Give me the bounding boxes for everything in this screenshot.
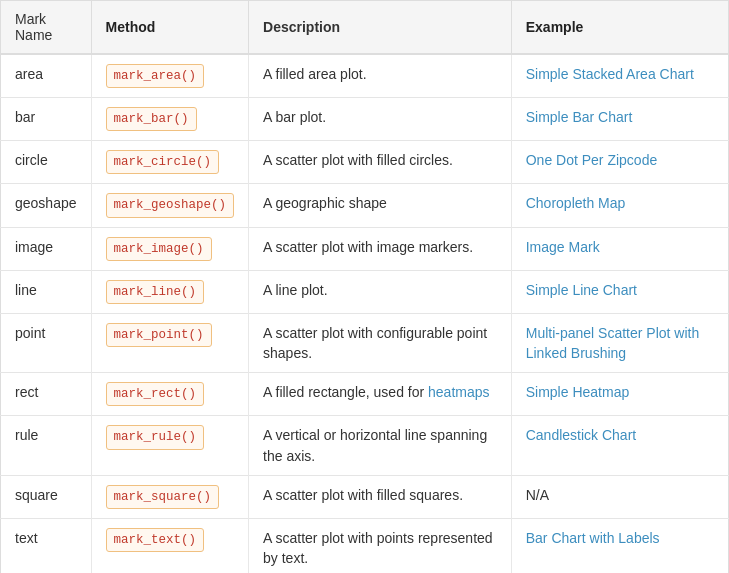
cell-mark-name: rect [1, 373, 92, 416]
method-badge: mark_square() [106, 485, 220, 509]
cell-method: mark_area() [91, 54, 249, 98]
method-badge: mark_circle() [106, 150, 220, 174]
cell-description: A scatter plot with configurable point s… [249, 313, 512, 373]
example-link[interactable]: Choropleth Map [526, 195, 626, 211]
cell-description: A scatter plot with filled circles. [249, 141, 512, 184]
cell-mark-name: square [1, 476, 92, 519]
example-link[interactable]: Bar Chart with Labels [526, 530, 660, 546]
cell-description: A geographic shape [249, 184, 512, 227]
cell-method: mark_point() [91, 313, 249, 373]
example-link[interactable]: Multi-panel Scatter Plot with Linked Bru… [526, 325, 700, 361]
cell-mark-name: geoshape [1, 184, 92, 227]
cell-mark-name: text [1, 519, 92, 573]
method-badge: mark_image() [106, 237, 212, 261]
table-row: geoshapemark_geoshape()A geographic shap… [1, 184, 729, 227]
header-example: Example [511, 1, 728, 55]
cell-example[interactable]: Image Mark [511, 227, 728, 270]
cell-mark-name: rule [1, 416, 92, 476]
example-link[interactable]: Image Mark [526, 239, 600, 255]
example-link[interactable]: Simple Stacked Area Chart [526, 66, 694, 82]
example-link[interactable]: Simple Bar Chart [526, 109, 633, 125]
table-row: textmark_text()A scatter plot with point… [1, 519, 729, 573]
table-row: circlemark_circle()A scatter plot with f… [1, 141, 729, 184]
cell-example[interactable]: Simple Stacked Area Chart [511, 54, 728, 98]
table-row: pointmark_point()A scatter plot with con… [1, 313, 729, 373]
method-badge: mark_line() [106, 280, 205, 304]
cell-method: mark_text() [91, 519, 249, 573]
cell-example[interactable]: Simple Bar Chart [511, 98, 728, 141]
method-badge: mark_point() [106, 323, 212, 347]
description-link[interactable]: heatmaps [428, 384, 489, 400]
table-row: barmark_bar()A bar plot.Simple Bar Chart [1, 98, 729, 141]
cell-method: mark_rule() [91, 416, 249, 476]
cell-method: mark_line() [91, 270, 249, 313]
cell-description: A scatter plot with points represented b… [249, 519, 512, 573]
cell-example[interactable]: One Dot Per Zipcode [511, 141, 728, 184]
method-badge: mark_area() [106, 64, 205, 88]
cell-description: A filled rectangle, used for heatmaps [249, 373, 512, 416]
cell-example[interactable]: Candlestick Chart [511, 416, 728, 476]
cell-mark-name: image [1, 227, 92, 270]
table-row: rulemark_rule()A vertical or horizontal … [1, 416, 729, 476]
cell-method: mark_rect() [91, 373, 249, 416]
cell-description: A scatter plot with filled squares. [249, 476, 512, 519]
cell-method: mark_image() [91, 227, 249, 270]
method-badge: mark_rect() [106, 382, 205, 406]
header-method: Method [91, 1, 249, 55]
table-row: imagemark_image()A scatter plot with ima… [1, 227, 729, 270]
cell-mark-name: point [1, 313, 92, 373]
cell-example[interactable]: Simple Line Chart [511, 270, 728, 313]
table-row: linemark_line()A line plot.Simple Line C… [1, 270, 729, 313]
cell-method: mark_geoshape() [91, 184, 249, 227]
cell-mark-name: bar [1, 98, 92, 141]
example-link[interactable]: Simple Heatmap [526, 384, 630, 400]
description-text: A filled rectangle, used for [263, 384, 428, 400]
cell-description: A scatter plot with image markers. [249, 227, 512, 270]
cell-description: A line plot. [249, 270, 512, 313]
example-link[interactable]: One Dot Per Zipcode [526, 152, 658, 168]
marks-table: Mark Name Method Description Example are… [0, 0, 729, 573]
method-badge: mark_bar() [106, 107, 197, 131]
table-row: rectmark_rect()A filled rectangle, used … [1, 373, 729, 416]
header-description: Description [249, 1, 512, 55]
cell-method: mark_square() [91, 476, 249, 519]
cell-example[interactable]: Multi-panel Scatter Plot with Linked Bru… [511, 313, 728, 373]
method-badge: mark_text() [106, 528, 205, 552]
table-header-row: Mark Name Method Description Example [1, 1, 729, 55]
cell-example[interactable]: Choropleth Map [511, 184, 728, 227]
cell-mark-name: line [1, 270, 92, 313]
example-link[interactable]: Simple Line Chart [526, 282, 637, 298]
cell-example: N/A [511, 476, 728, 519]
cell-description: A bar plot. [249, 98, 512, 141]
method-badge: mark_rule() [106, 425, 205, 449]
example-link[interactable]: Candlestick Chart [526, 427, 637, 443]
table-row: areamark_area()A filled area plot.Simple… [1, 54, 729, 98]
cell-mark-name: area [1, 54, 92, 98]
cell-mark-name: circle [1, 141, 92, 184]
header-mark-name: Mark Name [1, 1, 92, 55]
cell-method: mark_bar() [91, 98, 249, 141]
cell-example[interactable]: Bar Chart with Labels [511, 519, 728, 573]
method-badge: mark_geoshape() [106, 193, 235, 217]
cell-example[interactable]: Simple Heatmap [511, 373, 728, 416]
table-row: squaremark_square()A scatter plot with f… [1, 476, 729, 519]
cell-description: A vertical or horizontal line spanning t… [249, 416, 512, 476]
cell-method: mark_circle() [91, 141, 249, 184]
cell-description: A filled area plot. [249, 54, 512, 98]
